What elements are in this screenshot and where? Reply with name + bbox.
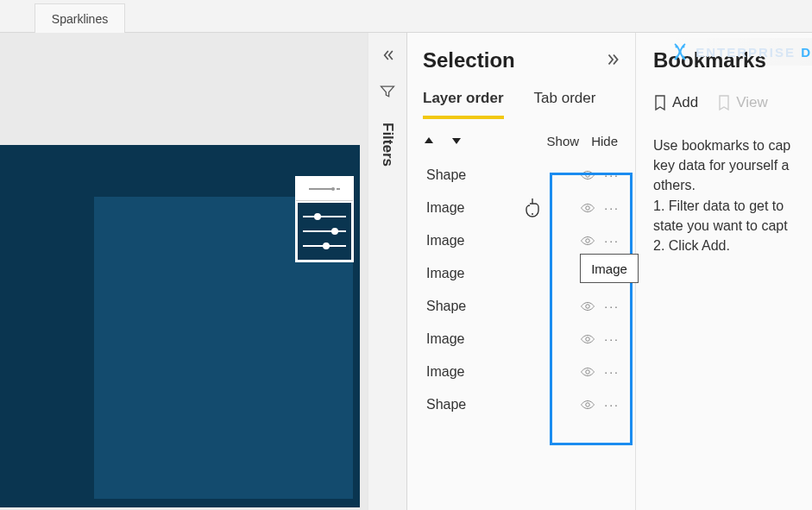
layer-item-label: Image [426,200,464,216]
bookmark-add-icon [653,94,667,111]
layer-item[interactable]: Image ··· [423,224,623,257]
column-show-label: Show [547,134,580,148]
visibility-icon[interactable] [580,334,595,344]
visibility-icon[interactable] [580,367,595,377]
more-options-icon[interactable]: ··· [604,299,620,313]
ribbon-tab-label: Sparklines [52,12,108,26]
bookmarks-description: Use bookmarks to cap key data for yourse… [653,135,812,255]
desc-line: 2. Click Add. [653,236,812,255]
more-options-icon[interactable]: ··· [604,234,620,248]
tab-label: Layer order [423,90,504,106]
svg-point-5 [679,51,682,54]
visibility-icon[interactable] [580,301,595,312]
watermark-logo: ENTERPRISE D [661,38,812,66]
selection-title: Selection [423,48,515,72]
tooltip-text: Image [591,261,627,276]
tab-tab-order[interactable]: Tab order [534,90,596,119]
slicer-body[interactable] [296,201,353,261]
top-ribbon: Sparklines [0,0,812,33]
slicer-visual[interactable] [295,176,354,262]
svg-point-1 [331,187,335,191]
more-options-icon[interactable]: ··· [604,201,620,215]
svg-point-6 [676,56,678,59]
layer-item-label: Shape [426,299,466,314]
slider-track[interactable] [303,216,346,217]
layer-item[interactable]: Shape ··· [423,159,623,192]
column-hide-label: Hide [591,134,618,148]
chevron-right-double-icon [604,50,623,69]
more-options-icon[interactable]: ··· [604,365,620,379]
layer-item[interactable]: Shape ··· [423,290,623,323]
tab-layer-order[interactable]: Layer order [423,90,504,119]
layer-item[interactable]: Image ··· [423,356,623,388]
layer-item[interactable]: Image ··· [423,192,623,224]
visibility-icon[interactable] [580,236,595,246]
watermark-word-b: D [801,45,812,60]
desc-line: Use bookmarks to cap [653,135,812,155]
layer-item-label: Image [426,233,464,249]
move-down-icon[interactable] [450,135,463,147]
layer-item-label: Image [426,266,464,281]
svg-point-3 [676,46,678,48]
filters-pane-collapsed[interactable]: Filters [368,33,407,510]
watermark-word-a: ENTERPRISE [696,45,796,60]
watermark-text: ENTERPRISE D [696,45,812,60]
layer-item-label: Image [426,364,464,380]
move-up-icon[interactable] [423,135,435,147]
svg-point-7 [683,56,685,59]
bookmark-view-icon [717,94,731,111]
bookmark-add-button[interactable]: Add [653,94,698,111]
bookmark-view-button: View [717,94,768,111]
mouse-cursor-icon [525,197,540,217]
slider-preview-icon [307,182,342,196]
bookmark-add-label: Add [672,94,698,111]
filter-icon [379,83,396,100]
svg-point-4 [683,46,685,48]
expand-left-icon[interactable] [379,47,396,64]
collapse-pane-button[interactable] [604,50,623,72]
visibility-icon[interactable] [580,400,595,410]
visibility-icon[interactable] [580,170,595,180]
svg-point-8 [532,213,533,215]
more-options-icon[interactable]: ··· [604,398,620,412]
bookmarks-pane: Bookmarks Add View Use bookmarks to cap … [636,33,812,510]
slicer-header [296,177,353,201]
more-options-icon[interactable]: ··· [604,332,620,346]
ribbon-tab-sparklines[interactable]: Sparklines [35,3,125,33]
visibility-icon[interactable] [580,203,595,213]
bookmark-view-label: View [736,94,768,111]
layer-list: Shape ··· Image ··· Image ··· Image [423,159,623,421]
slider-track[interactable] [303,230,346,232]
layer-item-label: Shape [426,167,466,183]
desc-line: key data for yourself a [653,155,812,175]
tooltip: Image [580,254,639,283]
slider-track[interactable] [303,245,346,247]
desc-line: others. [653,175,812,195]
desc-line: state you want to capt [653,216,812,236]
layer-item-label: Image [426,331,464,347]
desc-line: 1. Filter data to get to [653,196,812,216]
layer-item-label: Shape [426,397,466,412]
filters-pane-label: Filters [379,123,396,167]
layer-item[interactable]: Shape ··· [423,388,623,421]
tab-label: Tab order [534,90,596,106]
layer-item[interactable]: Image ··· [423,323,623,356]
report-canvas[interactable] [0,33,367,510]
more-options-icon[interactable]: ··· [604,168,620,182]
dna-icon [670,41,690,62]
